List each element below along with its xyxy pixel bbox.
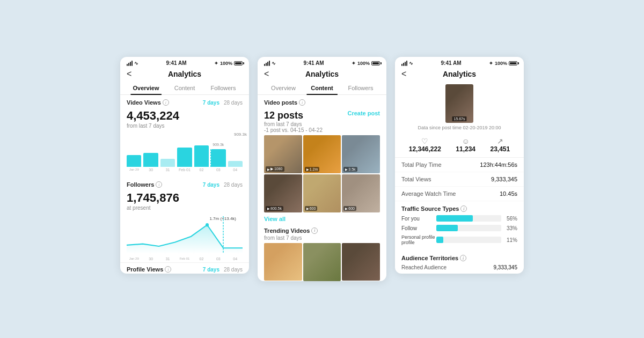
tab-overview-2[interactable]: Overview: [264, 81, 303, 94]
followers-number: 1,745,876: [120, 189, 249, 205]
tab-content-1[interactable]: Content: [165, 81, 204, 94]
trending-info-icon[interactable]: i: [311, 227, 318, 234]
line-peak-label: 1.7m (+13.4k): [209, 216, 236, 221]
traffic-personal-fill: [436, 237, 443, 243]
period-7days-pv[interactable]: 7 days: [203, 267, 219, 273]
video-thumb-2[interactable]: ▶ 1.2m: [303, 135, 341, 173]
video-thumb-4[interactable]: ▶ 800.5k: [264, 174, 302, 212]
followers-info-icon[interactable]: i: [156, 181, 162, 188]
video-views-info-icon[interactable]: i: [163, 99, 169, 106]
territory-title: Audience Territories i: [401, 255, 517, 261]
line-x-4: 02: [194, 257, 209, 261]
period-28days-pv[interactable]: 28 days: [224, 267, 243, 273]
playtime-label: Total Play Time: [401, 161, 442, 168]
video-posts-label: Video posts: [264, 99, 297, 106]
traffic-personal-label: Personal profile profile: [401, 234, 436, 245]
video-thumb-6-overlay: ▶ 600: [343, 206, 356, 211]
video-views-period-selector: 7 days 28 days: [203, 100, 243, 106]
video-thumb-2-overlay: ▶ 1.2m: [305, 167, 320, 172]
audience-territories-section: Audience Territories i Reached Audience …: [395, 251, 524, 274]
nav-header-1: < Analytics: [120, 67, 249, 81]
video-thumb-4-overlay: ▶ 800.5k: [266, 206, 283, 211]
signal-icon-2: [264, 61, 270, 66]
video-thumb-5[interactable]: ▶ 600: [303, 174, 341, 212]
post-hero: 15.67s: [395, 81, 524, 124]
chart-tooltip: 909.3k: [234, 132, 247, 137]
create-post-button[interactable]: Create post: [347, 110, 380, 116]
video-grid: ▶ ▶ 1080 ▶ 1.2m ▶ 3.5k ▶ 800.5k: [258, 135, 386, 212]
comments-number: 11,234: [456, 145, 475, 153]
followers-label: Followers: [127, 181, 154, 188]
trending-thumb-3[interactable]: [342, 243, 380, 281]
views-value: 9,333,345: [491, 176, 517, 182]
back-button-3[interactable]: <: [401, 69, 406, 79]
traffic-foryou-pct: 56%: [504, 216, 517, 222]
video-thumb-1-overlay: ▶ ▶ 1080: [266, 166, 284, 172]
tab-followers-1[interactable]: Followers: [204, 81, 243, 94]
tab-overview-1[interactable]: Overview: [127, 81, 165, 94]
signal-icon: [127, 61, 133, 66]
line-x-2: 31: [160, 257, 175, 261]
reached-audience-value: 9,333,345: [494, 264, 518, 270]
nav-header-3: < Analytics: [395, 67, 524, 81]
signal-icon-3: [401, 61, 407, 66]
traffic-sources-section: Traffic Source Types i For you 56% Follo…: [395, 201, 524, 251]
posts-sub1: from last 7 days: [264, 121, 323, 127]
trending-title: Trending Videos: [264, 227, 310, 234]
tab-followers-2[interactable]: Followers: [341, 81, 380, 94]
trending-label: Trending Videos i: [258, 225, 386, 235]
territory-info-icon[interactable]: i: [460, 255, 466, 261]
detail-row-watchtime: Average Watch Time 10.45s: [395, 187, 524, 201]
traffic-foryou-fill: [436, 215, 473, 222]
line-x-6: 04: [228, 257, 243, 261]
trending-thumb-1[interactable]: [264, 243, 302, 281]
left-status-2: ∿: [264, 61, 276, 66]
status-bar-3: ∿ 9:41 AM ✦ 100%: [395, 57, 524, 67]
bar-1: [127, 155, 141, 167]
view-all-link[interactable]: View all: [258, 212, 386, 225]
profile-views-label: Profile Views: [127, 266, 163, 273]
x-label-4: 02: [194, 168, 209, 172]
right-status-icons: ✦ 100%: [214, 61, 243, 66]
video-thumb-4-label: 800.5k: [270, 207, 282, 210]
period-28days-vv[interactable]: 28 days: [224, 100, 243, 106]
status-bar-1: ∿ 9:41 AM ✦ 100%: [120, 57, 249, 67]
back-button-2[interactable]: <: [264, 69, 269, 79]
peak-dot: [206, 223, 209, 226]
posts-count: 12 posts: [264, 110, 323, 121]
period-7days-vv[interactable]: 7 days: [203, 100, 219, 106]
battery-text-2: 100%: [357, 61, 370, 66]
right-status-3: ✦ 100%: [489, 61, 517, 66]
video-posts-info-icon[interactable]: i: [299, 99, 305, 106]
bluetooth-icon-3: ✦: [489, 61, 493, 66]
line-x-0: Jan 29: [127, 257, 141, 261]
posts-count-block: 12 posts from last 7 days -1 post vs. 04…: [264, 110, 323, 133]
status-bar-2: ∿ 9:41 AM ✦ 100%: [258, 57, 386, 67]
battery-text-1: 100%: [220, 61, 232, 66]
trending-thumb-2[interactable]: [303, 243, 341, 281]
period-7days-followers[interactable]: 7 days: [203, 182, 219, 188]
trending-sublabel: from last 7 days: [258, 235, 386, 243]
video-thumb-1[interactable]: ▶ ▶ 1080: [264, 135, 302, 173]
post-date: Data since post time 02-20-2019 20:00: [395, 124, 524, 134]
left-status-icons: ∿: [127, 61, 138, 66]
stat-shares: ↗ 23,451: [491, 137, 510, 153]
video-thumb-3[interactable]: ▶ 3.5k: [342, 135, 380, 173]
traffic-info-icon[interactable]: i: [460, 205, 467, 212]
traffic-follow-label: Follow: [401, 225, 436, 231]
video-views-label: Video Views: [127, 99, 161, 106]
traffic-follow-fill: [436, 225, 458, 231]
period-28days-followers[interactable]: 28 days: [224, 182, 243, 188]
bluetooth-icon-2: ✦: [352, 61, 356, 66]
bar-6: 909.3k: [211, 149, 225, 167]
bar-chart-area: 909.3k: [127, 132, 243, 167]
back-button-1[interactable]: <: [127, 69, 131, 79]
wifi-icon: ∿: [134, 61, 138, 66]
video-thumb-6[interactable]: ▶ 600: [342, 174, 380, 212]
followers-chart: 1.7m (+13.4k) Jan 29 30 31 Feb 01 02: [120, 214, 249, 262]
line-x-3: Feb 01: [177, 257, 192, 261]
play-icon-6: ▶: [345, 207, 348, 210]
tab-content-2[interactable]: Content: [303, 81, 341, 94]
profile-views-info-icon[interactable]: i: [165, 266, 171, 273]
traffic-row-follow: Follow 33%: [401, 225, 517, 231]
